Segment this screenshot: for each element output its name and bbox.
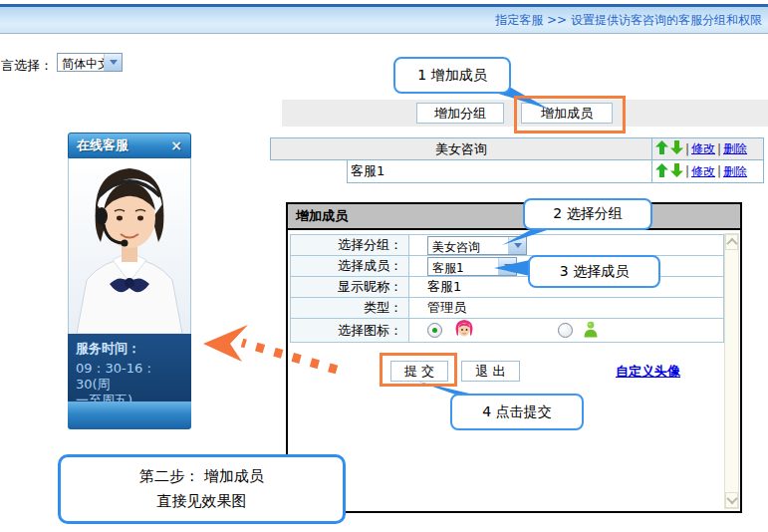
service-time: 09：30-16：30(周	[76, 361, 183, 393]
service-info: 服务时间： 09：30-16：30(周 一至周五)	[68, 334, 191, 401]
delete-link[interactable]: 删除	[723, 163, 747, 180]
group-select-label: 选择分组：	[291, 235, 409, 256]
scroll-down-icon[interactable]	[725, 492, 738, 508]
summary-line2: 直接见效果图	[157, 492, 247, 511]
member-controls: | 修改 | 删除	[651, 160, 763, 182]
step-summary-box: 第二步： 增加成员 直接见效果图	[58, 454, 346, 524]
row-indent	[270, 160, 347, 183]
move-up-icon[interactable]	[655, 140, 668, 157]
group-select[interactable]: 美女咨询	[427, 236, 527, 255]
scroll-up-icon[interactable]	[725, 234, 738, 250]
group-select-value: 美女咨询	[428, 237, 508, 254]
member-select[interactable]: 客服1	[427, 257, 517, 276]
dialog-title: 增加成员	[288, 204, 740, 230]
chevron-down-icon[interactable]	[104, 54, 122, 71]
callout-step3: 3 选择成员	[528, 255, 660, 288]
form-row: 选择分组： 美女咨询	[291, 235, 724, 256]
form-row: 选择图标：	[291, 319, 724, 343]
icon-radio-member[interactable]	[558, 323, 573, 338]
chat-widget: 在线客服 ×	[68, 133, 191, 429]
page: 指定客服 >> 设置提供访客咨询的客服分组和权限 言选择： 简体中文 增加分组 …	[0, 0, 768, 532]
member-select-value: 客服1	[428, 258, 498, 275]
separator: |	[685, 142, 689, 156]
widget-titlebar: 在线客服 ×	[68, 133, 191, 158]
callout-step4: 4 点击提交	[450, 394, 584, 430]
breadcrumb[interactable]: 指定客服 >> 设置提供访客咨询的客服分组和权限	[495, 12, 768, 29]
header-band: 指定客服 >> 设置提供访客咨询的客服分组和权限	[0, 7, 768, 34]
agent-photo: 点击交谈	[68, 158, 191, 334]
icon-select-label: 选择图标：	[291, 319, 409, 343]
move-down-icon[interactable]	[670, 140, 683, 157]
highlight-add-member	[514, 96, 626, 133]
add-group-button[interactable]: 增加分组	[416, 103, 504, 124]
form-row: 类型： 管理员	[291, 298, 724, 319]
separator: |	[717, 142, 721, 156]
widget-footer	[68, 401, 191, 429]
separator: |	[685, 164, 689, 178]
callout-step2: 2 选择分组	[523, 198, 652, 230]
custom-avatar-link[interactable]: 自定义头像	[616, 363, 680, 381]
modify-link[interactable]: 修改	[691, 140, 715, 157]
move-up-icon[interactable]	[655, 163, 668, 180]
member-avatar-icon	[583, 326, 599, 341]
type-value: 管理员	[427, 300, 466, 315]
language-select-value: 简体中文	[58, 54, 104, 71]
female-avatar-icon	[454, 327, 478, 342]
highlight-submit	[380, 353, 457, 387]
close-icon[interactable]: ×	[170, 138, 182, 152]
group-table: 美女咨询 | 修改 | 删除 客服1 | 修改 | 删除	[270, 137, 764, 183]
member-row: 客服1 | 修改 | 删除	[270, 160, 764, 183]
language-label: 言选择：	[1, 57, 53, 75]
widget-title: 在线客服	[77, 136, 128, 154]
agent-photo-illustration	[69, 158, 190, 334]
group-controls: | 修改 | 删除	[651, 138, 763, 159]
separator: |	[717, 164, 721, 178]
member-name: 客服1	[348, 160, 651, 182]
modify-link[interactable]: 修改	[691, 163, 715, 180]
type-label: 类型：	[291, 298, 409, 319]
nickname-value: 客服1	[427, 279, 461, 294]
group-row: 美女咨询 | 修改 | 删除	[270, 137, 764, 160]
chevron-down-icon[interactable]	[508, 237, 526, 254]
move-down-icon[interactable]	[670, 163, 683, 180]
exit-button[interactable]: 退 出	[461, 361, 520, 382]
language-select[interactable]: 简体中文	[57, 53, 123, 72]
chevron-down-icon[interactable]	[498, 258, 516, 275]
scrollbar[interactable]	[724, 233, 739, 509]
delete-link[interactable]: 删除	[723, 140, 747, 157]
member-form: 选择分组： 美女咨询 选择成员： 客服1 显示昵称：	[290, 234, 724, 343]
add-member-dialog: 增加成员 选择分组： 美女咨询 选择成员： 客服1	[286, 202, 742, 513]
summary-line1: 第二步： 增加成员	[139, 467, 264, 486]
callout-step1: 1 增加成员	[393, 57, 511, 94]
member-select-label: 选择成员：	[291, 256, 409, 277]
icon-radio-girl[interactable]	[427, 323, 442, 338]
dashed-arrow-head	[203, 325, 248, 362]
nickname-label: 显示昵称：	[291, 277, 409, 298]
service-title: 服务时间：	[76, 340, 183, 358]
group-name: 美女咨询	[271, 138, 651, 159]
